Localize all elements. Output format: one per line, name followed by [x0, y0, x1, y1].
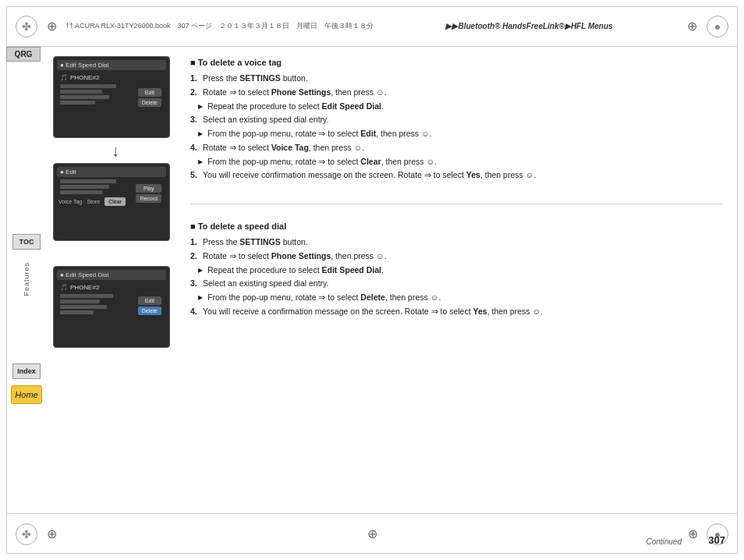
section1-step5: 5. You will receive confirmation message…: [190, 169, 722, 182]
screen2-clear-btn: Clear: [105, 197, 126, 206]
section2-block: To delete a speed dial 1. Press the SETT…: [190, 220, 722, 320]
screen2-voice-bar: Voice Tag Store Clear: [57, 196, 127, 207]
screen1-edit-btn: Edit: [138, 88, 161, 97]
screen1-phone-row: 🎵 PHONE#2: [57, 73, 127, 83]
screen2-line1: [60, 179, 116, 183]
screen-group-1: ● Edit Speed Dial 🎵 PHONE#2 Edit Delete: [53, 56, 178, 241]
screen1-delete-btn: Delete: [138, 98, 161, 107]
section2-sub2: Repeat the procedure to select Edit Spee…: [190, 264, 722, 277]
screen-edit-voice-tag: ● Edit Voice Tag Store Clear Play Record: [53, 163, 170, 241]
section1-sub2: Repeat the procedure to select Edit Spee…: [190, 101, 722, 113]
sidebar: TOC Features Index Home: [6, 47, 47, 513]
footer-left: ✤: [16, 523, 59, 545]
section2-title-text: To delete a speed dial: [198, 222, 287, 231]
section1-block: To delete a voice tag 1. Press the SETTI…: [190, 56, 722, 183]
section-spacer: [53, 247, 178, 260]
screen3-line3: [60, 305, 107, 309]
screen2-title: ● Edit: [57, 167, 166, 177]
section1-title: To delete a voice tag: [190, 56, 722, 69]
breadcrumb-text: ▶▶Bluetooth® HandsFreeLink®▶HFL Menus: [445, 22, 612, 30]
crosshair-bottom-right: [685, 526, 700, 542]
screen3-line4: [60, 310, 94, 314]
crosshair-right: [685, 19, 700, 34]
screen3-title: ● Edit Speed Dial: [57, 270, 166, 280]
section2-steps: 1. Press the SETTINGS button. 2. Rotate …: [190, 236, 722, 318]
section1-step2: 2. Rotate ⇒ to select Phone Settings, th…: [190, 87, 722, 99]
header-right: ●: [685, 16, 728, 37]
section1-title-text: To delete a voice tag: [198, 58, 282, 67]
top-right-ornament: ●: [707, 16, 728, 37]
crosshair-bottom-center: [364, 526, 380, 542]
screenshots-column: ● Edit Speed Dial 🎵 PHONE#2 Edit Delete: [53, 56, 178, 504]
header-breadcrumb: ▶▶Bluetooth® HandsFreeLink®▶HFL Menus: [445, 22, 612, 30]
sidebar-toc-button[interactable]: TOC: [12, 234, 41, 250]
screen2-line2: [60, 185, 109, 189]
section-divider: [190, 204, 722, 204]
section1-sub4: From the pop-up menu, rotate ⇒ to select…: [190, 156, 722, 168]
home-button[interactable]: Home: [11, 385, 42, 404]
sidebar-index-button[interactable]: Index: [12, 363, 41, 379]
screen2-buttons: Play Record: [136, 184, 161, 203]
screen1-title: ● Edit Speed Dial: [57, 60, 166, 70]
screen2-record-btn: Record: [136, 194, 161, 203]
crosshair-bottom-left: [44, 526, 59, 542]
screen2-play-btn: Play: [136, 184, 161, 193]
file-info: †† ACURA RLX-31TY26000.book 307 ページ ２０１３…: [66, 21, 374, 31]
section2-sub3: From the pop-up menu, rotate ⇒ to select…: [190, 292, 722, 304]
section1-step4: 4. Rotate ⇒ to select Voice Tag, then pr…: [190, 142, 722, 154]
section1-steps: 1. Press the SETTINGS button. 2. Rotate …: [190, 73, 722, 182]
screen3-phone-row: 🎵 PHONE#2: [57, 282, 123, 292]
text-content: To delete a voice tag 1. Press the SETTI…: [190, 56, 722, 504]
section1-step1: 1. Press the SETTINGS button.: [190, 73, 722, 85]
continued-text: Continued: [646, 537, 682, 546]
sidebar-index-area: Index Home: [6, 363, 47, 404]
section1-sub3: From the pop-up menu, rotate ⇒ to select…: [190, 128, 722, 140]
top-left-ornament: ✤: [16, 16, 37, 37]
section2-step1: 1. Press the SETTINGS button.: [190, 236, 722, 249]
screen1-line2: [60, 90, 102, 94]
screen3-buttons: Edit Delete: [138, 296, 161, 315]
screen1-line1: [60, 84, 116, 88]
main-content: ● Edit Speed Dial 🎵 PHONE#2 Edit Delete: [47, 47, 728, 513]
screen3-edit-btn: Edit: [138, 296, 161, 305]
bottom-left-ornament: ✤: [16, 523, 37, 545]
screen-edit-speed-dial-1: ● Edit Speed Dial 🎵 PHONE#2 Edit Delete: [53, 56, 170, 138]
page-number: 307: [708, 534, 725, 546]
section2-step3: 3. Select an existing speed dial entry.: [190, 278, 722, 290]
section2-step4: 4. You will receive a confirmation messa…: [190, 306, 722, 318]
footer: ✤ ●: [6, 513, 738, 554]
screen3-line1: [60, 294, 113, 298]
screen-edit-speed-dial-2: ● Edit Speed Dial 🎵 PHONE#2 Edit Delete: [53, 266, 170, 348]
sidebar-features-label: Features: [23, 262, 30, 296]
screen3-line2: [60, 299, 100, 303]
section2-step2: 2. Rotate ⇒ to select Phone Settings, th…: [190, 250, 722, 263]
section1-step3: 3. Select an existing speed dial entry.: [190, 114, 722, 126]
screen-group-2: ● Edit Speed Dial 🎵 PHONE#2 Edit Delete: [53, 266, 178, 348]
header-left: ✤ †† ACURA RLX-31TY26000.book 307 ページ ２０…: [16, 16, 374, 37]
screen1-buttons: Edit Delete: [138, 88, 161, 107]
header: ✤ †† ACURA RLX-31TY26000.book 307 ページ ２０…: [6, 6, 738, 47]
arrow-down-1: ↓: [53, 141, 178, 160]
section2-title: To delete a speed dial: [190, 220, 722, 233]
screen3-delete-btn: Delete: [138, 307, 161, 315]
crosshair-left: [44, 19, 59, 34]
screen1-line4: [60, 101, 95, 105]
screen1-line3: [60, 95, 109, 99]
screen2-line3: [60, 190, 102, 194]
home-label: Home: [15, 390, 37, 399]
